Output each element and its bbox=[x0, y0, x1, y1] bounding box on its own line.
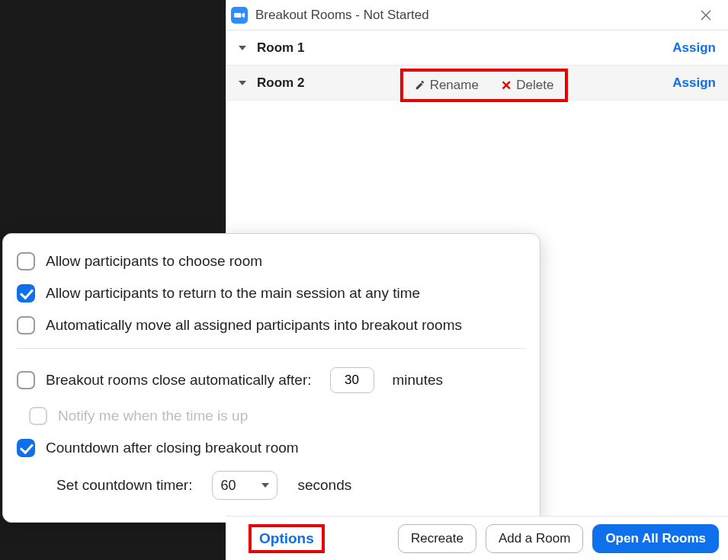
options-popover: Allow participants to choose room Allow … bbox=[2, 233, 540, 523]
room-row[interactable]: Room 1 Assign bbox=[226, 30, 728, 66]
label-timer-before: Set countdown timer: bbox=[56, 477, 192, 494]
pencil-icon bbox=[415, 80, 425, 91]
x-icon: ✕ bbox=[501, 78, 512, 94]
checkbox-choose-room[interactable] bbox=[17, 252, 35, 270]
assign-link[interactable]: Assign bbox=[672, 75, 716, 91]
checkbox-countdown[interactable] bbox=[17, 439, 35, 457]
options-button[interactable]: Options bbox=[249, 524, 325, 553]
close-after-minutes-input[interactable] bbox=[330, 367, 374, 393]
zoom-logo-icon bbox=[231, 7, 248, 24]
divider bbox=[17, 348, 526, 349]
label-return-main: Allow participants to return to the main… bbox=[46, 285, 420, 302]
checkbox-auto-move[interactable] bbox=[17, 316, 35, 334]
label-close-after-before: Breakout rooms close automatically after… bbox=[46, 372, 312, 389]
checkbox-notify-time bbox=[29, 407, 47, 425]
room-name: Room 2 bbox=[257, 75, 304, 91]
label-countdown: Countdown after closing breakout room bbox=[46, 440, 299, 456]
chevron-down-icon bbox=[261, 483, 269, 488]
chevron-down-icon bbox=[239, 81, 246, 85]
label-choose-room: Allow participants to choose room bbox=[46, 253, 262, 270]
close-button[interactable] bbox=[694, 4, 717, 27]
countdown-timer-select[interactable]: 60 bbox=[212, 471, 277, 500]
delete-action[interactable]: ✕ Delete bbox=[501, 78, 553, 94]
label-timer-after: seconds bbox=[297, 477, 351, 494]
label-close-after-after: minutes bbox=[393, 372, 444, 389]
checkbox-close-after[interactable] bbox=[17, 371, 35, 389]
window-title: Breakout Rooms - Not Started bbox=[255, 8, 429, 23]
add-room-button[interactable]: Add a Room bbox=[486, 524, 584, 553]
chevron-down-icon bbox=[239, 46, 246, 50]
recreate-button[interactable]: Recreate bbox=[398, 524, 476, 553]
assign-link[interactable]: Assign bbox=[672, 40, 716, 56]
countdown-timer-value: 60 bbox=[220, 478, 236, 494]
open-all-rooms-button[interactable]: Open All Rooms bbox=[592, 524, 719, 553]
rename-action[interactable]: Rename bbox=[415, 78, 479, 93]
room-name: Room 1 bbox=[257, 40, 304, 56]
rename-label: Rename bbox=[430, 78, 479, 93]
delete-label: Delete bbox=[516, 78, 553, 93]
label-notify-time: Notify me when the time is up bbox=[58, 408, 248, 424]
checkbox-return-main[interactable] bbox=[17, 284, 35, 302]
footer-bar: Options Recreate Add a Room Open All Roo… bbox=[226, 516, 728, 560]
label-auto-move: Automatically move all assigned particip… bbox=[46, 317, 462, 334]
titlebar: Breakout Rooms - Not Started bbox=[226, 0, 728, 30]
